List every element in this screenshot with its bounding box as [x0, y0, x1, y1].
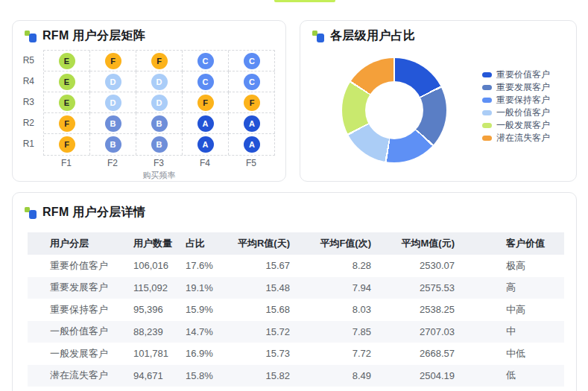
- tier-badge: B: [151, 115, 168, 132]
- matrix-cell: D: [90, 92, 136, 113]
- matrix-cell: E: [44, 92, 90, 113]
- legend-label: 一般发展客户: [496, 119, 550, 132]
- table-cell: 15.68: [230, 299, 290, 321]
- table-cell: 8.49: [290, 365, 371, 387]
- table-column-header: 平均F值(次): [290, 232, 371, 255]
- matrix-col-label: F4: [182, 156, 228, 168]
- matrix-row-label: R4: [13, 71, 43, 92]
- matrix-row-label: R2: [13, 112, 43, 133]
- table-cell: 15.9%: [186, 299, 230, 321]
- matrix-x-axis-title: 购买频率: [43, 168, 275, 181]
- table-cell: 2504.19: [371, 365, 455, 387]
- tier-badge: B: [151, 136, 168, 153]
- donut-card-title: 各层级用户占比: [330, 28, 415, 44]
- tier-badge: E: [59, 95, 75, 111]
- matrix-row-labels: R5R4R3R2R1: [13, 50, 43, 156]
- matrix-cell: E: [44, 71, 90, 92]
- legend-item[interactable]: 潜在流失客户: [482, 133, 550, 142]
- table-cell: 2707.03: [371, 321, 455, 343]
- tier-badge: F: [151, 53, 168, 69]
- legend-label: 重要价值客户: [496, 69, 550, 81]
- matrix-col-label: F5: [228, 156, 274, 168]
- table-cell: 中低: [455, 343, 564, 365]
- table-cell: 中高: [455, 299, 564, 321]
- matrix-col-label: F2: [89, 156, 136, 168]
- table-cell: 15.72: [230, 321, 290, 343]
- table-header-row: 用户分层用户数量占比平均R值(天)平均F值(次)平均M值(元)客户价值: [28, 232, 564, 255]
- legend-item[interactable]: 重要保持客户: [482, 95, 550, 104]
- legend-label: 潜在流失客户: [496, 132, 550, 144]
- tier-badge: C: [197, 74, 214, 90]
- table-cell: 101,781: [133, 343, 186, 365]
- matrix-cell: E: [44, 51, 90, 71]
- table-cell: 15.8%: [186, 365, 230, 387]
- tier-badge: F: [197, 95, 214, 111]
- matrix-cell: D: [136, 71, 183, 92]
- table-cell: 88,239: [133, 321, 186, 343]
- table-cell: 2538.25: [371, 299, 455, 321]
- legend-item[interactable]: 一般发展客户: [482, 121, 550, 130]
- tier-badge: D: [105, 95, 121, 111]
- matrix-grid: EFFCCEDDCCEDDFFFBBAAFBBAA: [43, 50, 275, 156]
- matrix-cell: F: [44, 134, 90, 155]
- blue-square-icon: [317, 34, 324, 42]
- table-cell: 115,092: [133, 277, 186, 299]
- matrix-cell: B: [90, 113, 136, 134]
- card-header: RFM 用户分层详情: [13, 193, 576, 220]
- legend-marker-icon: [482, 98, 492, 103]
- legend-item[interactable]: 重要价值客户: [482, 70, 550, 79]
- blue-square-icon: [29, 210, 37, 219]
- table-row: 潜在流失客户94,67115.8%15.828.492504.19低: [28, 365, 564, 387]
- matrix-col-label: F1: [43, 156, 89, 168]
- matrix-cell: B: [136, 134, 183, 155]
- table-cell: 中: [455, 321, 564, 343]
- table-cell: 95,396: [133, 299, 186, 321]
- tier-share-card: 各层级用户占比 重要价值客户重要发展客户重要保持客户一般价值客户一般发展客户潜在…: [300, 20, 577, 182]
- matrix-row-label: R1: [13, 133, 43, 154]
- legend-label: 重要发展客户: [496, 81, 550, 94]
- matrix-cell: F: [44, 113, 90, 134]
- top-accent-bar: [274, 0, 335, 2]
- table-column-header: 用户数量: [133, 232, 186, 255]
- table-cell: 低: [455, 365, 564, 387]
- table-cell: 2530.07: [371, 255, 455, 277]
- matrix-cell: F: [183, 92, 229, 113]
- table-cell: 94,671: [133, 365, 186, 387]
- matrix-cell: A: [183, 113, 229, 134]
- donut-chart: [342, 58, 446, 162]
- legend-marker-icon: [482, 110, 492, 115]
- matrix-cell: B: [136, 113, 183, 134]
- table-cell: 潜在流失客户: [28, 365, 133, 387]
- tier-badge: D: [151, 95, 168, 111]
- legend-marker-icon: [482, 85, 492, 90]
- matrix-cell: F: [90, 51, 136, 71]
- matrix-cell: C: [183, 51, 229, 71]
- legend-label: 重要保持客户: [496, 94, 550, 107]
- tier-badge: F: [105, 53, 121, 69]
- matrix-cell: D: [136, 92, 183, 113]
- table-row: 重要保持客户95,39615.9%15.688.032538.25中高: [28, 299, 564, 321]
- card-header: 各层级用户占比: [300, 21, 576, 44]
- table-cell: 7.85: [290, 321, 371, 343]
- table-row: 重要价值客户106,01617.6%15.678.282530.07极高: [28, 255, 564, 277]
- matrix-cell: A: [229, 113, 275, 134]
- table-cell: 8.03: [290, 299, 371, 321]
- tier-badge: A: [197, 136, 214, 153]
- legend-item[interactable]: 一般价值客户: [482, 108, 550, 117]
- table-cell: 重要发展客户: [28, 277, 133, 299]
- card-header: RFM 用户分层矩阵: [13, 21, 285, 44]
- legend-marker-icon: [482, 136, 492, 141]
- blue-square-icon: [29, 34, 37, 42]
- table-cell: 重要保持客户: [28, 299, 133, 321]
- table-cell: 16.9%: [186, 343, 230, 365]
- rfm-matrix-chart: R5R4R3R2R1 EFFCCEDDCCEDDFFFBBAAFBBAA F1F…: [13, 50, 285, 181]
- matrix-cell: C: [229, 51, 275, 71]
- table-row: 一般发展客户101,78116.9%15.737.722668.57中低: [28, 343, 564, 365]
- legend-label: 一般价值客户: [496, 107, 550, 119]
- legend-item[interactable]: 重要发展客户: [482, 83, 550, 92]
- matrix-cell: C: [229, 71, 275, 92]
- rfm-details-table: 用户分层用户数量占比平均R值(天)平均F值(次)平均M值(元)客户价值 重要价值…: [28, 232, 564, 387]
- table-cell: 15.67: [230, 255, 290, 277]
- tier-badge: D: [151, 74, 168, 90]
- table-cell: 重要价值客户: [28, 255, 133, 277]
